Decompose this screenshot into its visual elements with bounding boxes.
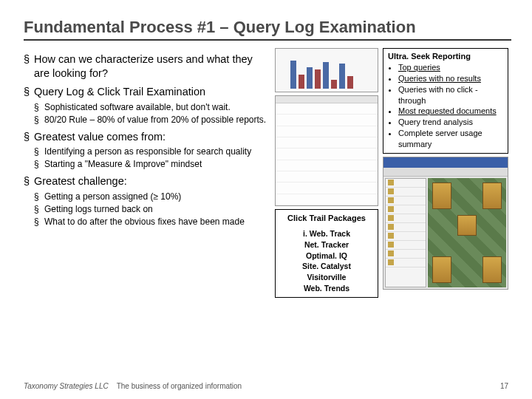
window-titlebar [383,157,508,168]
ultra-item: Complete server usage summary [398,128,503,150]
bullet-2: Query Log & Click Trail Examination [24,85,267,99]
click-item: Site. Catalyst [277,261,376,272]
ultra-item: Most requested documents [398,106,503,117]
ultraseek-box: Ultra. Seek Reporting Top queries Querie… [383,48,508,154]
bullet-1: How can we characterize users and what t… [24,52,267,81]
bullet-3b: Starting a "Measure & Improve" mindset [34,159,267,170]
col-a: Click Trail Packages i. Web. Track Net. … [275,48,378,298]
bullet-4: Greatest challenge: [24,174,267,188]
title-rule [24,39,511,41]
ultra-item: Queries with no click -through [398,84,503,106]
ultra-item: Query trend analysis [398,117,503,128]
click-item: Web. Trends [277,283,376,294]
visitorville-screenshot [383,157,508,290]
city-scene [428,178,506,287]
chart-thumbnail [275,48,378,92]
content-row: How can we characterize users and what t… [24,48,508,298]
click-item: Visitorville [277,272,376,283]
brand-tagline: The business of organized information [117,382,242,390]
ultraseek-header: Ultra. Seek Reporting [388,52,471,61]
brand-name: Taxonomy Strategies LLC [24,382,109,390]
bullet-2b: 80/20 Rule – 80% of value from 20% of po… [34,115,267,126]
left-column: How can we characterize users and what t… [24,48,267,298]
bullet-3a: Identifying a person as responsible for … [34,146,267,157]
click-item: i. Web. Track [277,228,376,239]
visitor-list-panel [385,178,426,287]
click-item: Net. Tracker [277,239,376,250]
ultra-item: Top queries [398,62,503,73]
click-item: Optimal. IQ [277,250,376,262]
col-b: Ultra. Seek Reporting Top queries Querie… [383,48,508,298]
report-table-thumbnail [275,95,378,206]
bullet-4a: Getting a person assigned (≥ 10%) [34,191,267,202]
bullet-4c: What to do after the obvious fixes have … [34,216,267,228]
right-column: Click Trail Packages i. Web. Track Net. … [275,48,508,298]
bullet-4b: Getting logs turned back on [34,204,267,215]
click-trail-header: Click Trail Packages [277,213,376,224]
bullet-2a: Sophisticated software available, but do… [34,102,267,113]
slide-title: Fundamental Process #1 – Query Log Exami… [24,18,508,37]
footer-left: Taxonomy Strategies LLC The business of … [24,382,242,390]
footer: Taxonomy Strategies LLC The business of … [24,382,508,390]
window-menubar [383,168,508,177]
click-trail-box: Click Trail Packages i. Web. Track Net. … [275,209,378,298]
page-number: 17 [500,382,508,390]
bullet-3: Greatest value comes from: [24,130,267,144]
ultra-item: Queries with no results [398,73,503,84]
